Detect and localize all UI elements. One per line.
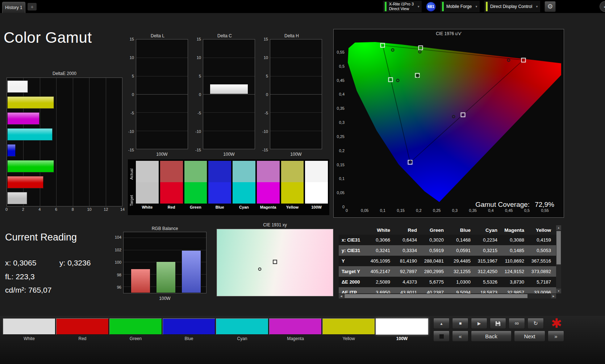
table-header-cell: Yellow: [529, 225, 556, 235]
target-swatch: [136, 182, 159, 204]
patch-color: [3, 318, 55, 335]
delta-c-chart: Delta C 151050-5-10-15 100W: [193, 33, 256, 157]
vertical-scrollbar-thumb[interactable]: [556, 231, 561, 264]
table-cell: 0,0591: [449, 245, 476, 256]
measured-marker-yellow: [418, 50, 421, 54]
target-swatch: [184, 182, 207, 204]
table-cell: 110,8692: [502, 256, 529, 266]
actual-swatch: [136, 161, 159, 182]
actual-swatch: [305, 161, 328, 182]
axis-tick-label: -10: [195, 129, 201, 134]
swatch-label: White: [136, 204, 159, 211]
patch-button-white[interactable]: White: [3, 318, 55, 341]
target-marker-magenta: [461, 113, 466, 117]
gridline: [106, 78, 106, 206]
table-cell: 373,0892: [529, 266, 556, 277]
actual-row-label: Actual: [129, 161, 135, 187]
axis-tick-label: 0,05: [337, 191, 345, 195]
patch-label: Magenta: [269, 336, 322, 341]
back-button[interactable]: Back: [471, 331, 512, 342]
workflow-dropdown[interactable]: Mobile Forge ▼: [440, 1, 480, 12]
swatch-label: 100W: [305, 204, 328, 211]
refresh-icon: ↻: [533, 320, 538, 327]
display-control-dropdown[interactable]: Direct Display Control ▼: [484, 1, 540, 12]
table-vertical-scrollbar[interactable]: ▲ ▼: [556, 225, 561, 293]
measured-marker-green: [391, 48, 395, 51]
patch-button-cyan[interactable]: Cyan: [216, 318, 268, 341]
axis-tick-label: 0,1: [380, 208, 385, 213]
cie1976-plot: [347, 39, 561, 207]
loop-button[interactable]: ∞: [509, 318, 525, 329]
rgb-bar-blue: [182, 250, 201, 293]
deltae-bar-magenta: [7, 112, 39, 125]
gridline: [136, 58, 188, 58]
gridline: [203, 76, 255, 76]
table-header-cell: Green: [422, 225, 449, 235]
patch-color: [216, 318, 268, 335]
next-button[interactable]: Next: [514, 331, 545, 342]
workflow-name: Mobile Forge: [446, 4, 472, 9]
scroll-down-arrow-icon[interactable]: ▼: [556, 289, 561, 293]
refresh-button[interactable]: ↻: [527, 318, 544, 329]
gridline: [203, 94, 255, 95]
square-icon: [439, 334, 444, 339]
pattern-window-button[interactable]: [433, 331, 450, 342]
x-axis-label: 100W: [136, 152, 188, 157]
skip-back-button[interactable]: «: [452, 331, 468, 342]
patch-button-magenta[interactable]: Magenta: [269, 318, 322, 341]
x-axis-label: 100W: [203, 152, 255, 157]
table-header-cell: Blue: [449, 225, 476, 235]
meter-dropdown[interactable]: X-Rite i1Pro 3 Direct View ▼: [383, 1, 422, 12]
patch-button-red[interactable]: Red: [56, 318, 109, 341]
collapse-panel-button[interactable]: ◀: [600, 1, 605, 12]
patch-color: [109, 318, 162, 335]
measured-marker-red: [507, 59, 510, 62]
axis-tick-label: 10: [264, 55, 268, 60]
scroll-up-arrow-icon[interactable]: ▲: [556, 225, 561, 230]
patch-button-yellow[interactable]: Yellow: [322, 318, 375, 341]
swatch-100w: 100W: [305, 161, 328, 214]
patch-label: 100W: [376, 336, 428, 341]
table-cell: 32,1255: [449, 266, 476, 277]
page-up-button[interactable]: ▲: [433, 318, 450, 329]
table-cell: 5,6775: [422, 277, 449, 287]
table-cell: 0,2234: [476, 235, 502, 245]
gridline: [56, 78, 57, 206]
rgb-bar-green: [156, 262, 176, 293]
target-swatch: [160, 182, 183, 204]
deltae2000-chart: DeltaE 2000 02468101214: [7, 71, 122, 212]
patch-button-100w[interactable]: 100W: [376, 318, 428, 341]
chart-title: Delta L: [126, 33, 189, 39]
table-row-label: y: CIE31: [339, 245, 368, 256]
gridline: [270, 131, 322, 131]
stop-button[interactable]: ■: [452, 318, 468, 329]
table-header-cell: White: [368, 225, 395, 235]
target-marker: [273, 260, 277, 264]
target-swatch: [281, 182, 304, 204]
table-horizontal-scrollbar[interactable]: ◀ ▶: [339, 294, 556, 298]
axis-tick-label: 0,3: [452, 208, 458, 213]
display-control-name: Direct Display Control: [490, 4, 532, 9]
play-button[interactable]: ▶: [471, 318, 487, 329]
current-reading-title: Current Reading: [5, 232, 117, 243]
horizontal-scrollbar-thumb[interactable]: [345, 294, 527, 298]
axis-tick-label: 5: [266, 74, 268, 78]
y-axis: 151050-5-10-15: [126, 39, 136, 150]
table-cell: 43,8011: [395, 287, 422, 293]
scroll-left-arrow-icon[interactable]: ◀: [339, 294, 344, 298]
patch-button-green[interactable]: Green: [109, 318, 162, 341]
patch-button-blue[interactable]: Blue: [163, 318, 215, 341]
table-row: Target Y405,214792,7897280,299532,125531…: [339, 266, 556, 277]
history-tab[interactable]: History 1: [2, 2, 25, 13]
table-cell: 29,4485: [449, 256, 476, 266]
patch-label: Yellow: [322, 336, 375, 341]
scroll-right-arrow-icon[interactable]: ▶: [551, 294, 556, 298]
settings-button[interactable]: ⚙: [544, 1, 556, 12]
axis-tick-label: 2: [22, 207, 24, 212]
add-tab-button[interactable]: +: [28, 3, 37, 11]
save-button[interactable]: [490, 318, 506, 329]
target-swatch: [257, 182, 280, 204]
cie1976-chart: CIE 1976 u'v' 00,050,10,150,20,250,30,35…: [333, 29, 564, 218]
table-row-label: Y: [339, 256, 368, 266]
skip-forward-button[interactable]: »: [548, 331, 564, 342]
